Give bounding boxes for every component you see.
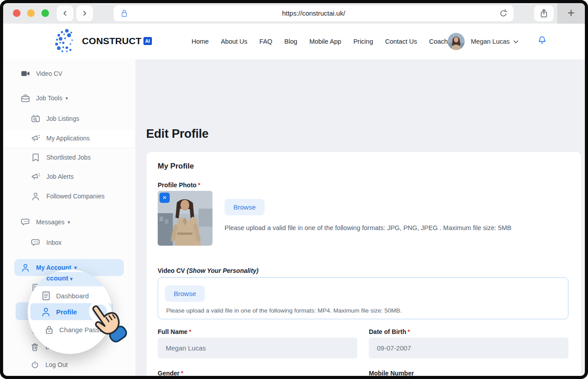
page-title: Edit Profile — [146, 127, 208, 141]
browser-titlebar: ‹ › https://constructai.uk/ + — [3, 3, 585, 24]
logo-text: CONSTRUCT — [82, 36, 142, 46]
notifications-bell-icon[interactable] — [537, 35, 547, 48]
remove-photo-button[interactable]: × — [159, 193, 170, 203]
nav-blog[interactable]: Blog — [284, 38, 297, 45]
browser-forward-button[interactable]: › — [76, 5, 93, 21]
nav-home[interactable]: Home — [192, 38, 209, 45]
full-name-input[interactable] — [158, 338, 357, 358]
briefcase-icon — [21, 94, 30, 103]
user-menu[interactable]: Megan Lucas — [448, 24, 547, 59]
sidebar-item-video-cv[interactable]: Video CV — [21, 67, 62, 80]
avatar[interactable] — [448, 33, 465, 50]
sidebar-item-inbox[interactable]: Inbox — [31, 236, 61, 249]
share-button[interactable] — [534, 5, 554, 21]
sidebar-item-followed-companies[interactable]: Followed Companies — [31, 190, 105, 203]
mobile-number-label: Mobile Number — [369, 370, 414, 376]
site-header: CONSTRUCT AI Home About Us FAQ Blog Mobi… — [3, 24, 585, 59]
magnified-dashboard[interactable]: Dashboard — [41, 289, 89, 302]
chat-bubble-icon — [31, 239, 40, 247]
edit-profile-card: My Profile Profile Photo* — [147, 152, 581, 376]
lock-icon — [44, 325, 54, 334]
logo-ai-badge: AI — [143, 37, 152, 45]
logo-dots-icon — [54, 28, 79, 54]
gender-label: Gender* — [158, 370, 183, 376]
photo-browse-button[interactable]: Browse — [225, 199, 265, 215]
video-cv-note: (Show Your Personality) — [187, 267, 258, 274]
magnified-my-account-partial: ccount ▾ — [46, 274, 73, 282]
video-camera-icon — [21, 70, 30, 77]
caret-down-icon: ▾ — [68, 219, 70, 225]
megaphone-icon — [31, 134, 40, 142]
sidebar-item-log-out[interactable]: Log Out — [30, 358, 68, 371]
person-icon — [21, 264, 30, 272]
megaphone-icon — [31, 173, 40, 181]
date-of-birth-label: Date of Birth* — [369, 328, 410, 335]
new-tab-button[interactable]: + — [557, 3, 585, 24]
video-upload-dropzone[interactable]: Browse Please upload a valid file in one… — [158, 277, 568, 319]
person-icon — [41, 307, 51, 317]
sidebar-item-job-alerts[interactable]: Job Alerts — [31, 170, 74, 183]
person-icon — [31, 192, 40, 201]
photo-upload-hint: Please upload a valid file in one of the… — [225, 224, 511, 231]
construct-ai-logo[interactable]: CONSTRUCT AI — [54, 28, 152, 54]
full-name-label: Full Name* — [158, 328, 191, 335]
close-window-button[interactable] — [13, 9, 20, 17]
user-name: Megan Lucas — [471, 38, 510, 45]
nav-pricing[interactable]: Pricing — [353, 38, 373, 45]
required-marker: * — [181, 370, 183, 376]
bookmark-icon — [31, 153, 40, 162]
new-tab-zone: + — [557, 3, 585, 24]
power-icon — [30, 361, 39, 369]
nav-contact-us[interactable]: Contact Us — [385, 38, 417, 45]
job-search-icon — [31, 115, 40, 123]
minimize-window-button[interactable] — [27, 9, 35, 17]
caret-down-icon: ▾ — [65, 95, 68, 101]
chevron-down-icon — [513, 37, 519, 45]
sidebar: Video CV Job Tools ▾ Job Listings — [3, 59, 135, 376]
video-upload-hint: Please upload a valid file in one of the… — [166, 307, 402, 314]
address-bar[interactable]: https://constructai.uk/ — [114, 5, 514, 21]
hand-cursor-icon — [82, 296, 134, 349]
sidebar-item-my-applications[interactable]: My Applications — [31, 132, 90, 145]
required-marker: * — [198, 181, 200, 189]
sidebar-item-job-tools[interactable]: Job Tools ▾ — [21, 91, 68, 105]
date-of-birth-input[interactable] — [369, 338, 568, 358]
browser-window: ‹ › https://constructai.uk/ + — [0, 0, 588, 379]
required-marker: * — [189, 328, 191, 335]
top-navigation: Home About Us FAQ Blog Mobile App Pricin… — [192, 24, 455, 59]
maximize-window-button[interactable] — [41, 9, 49, 17]
section-title: My Profile — [158, 162, 194, 171]
nav-faq[interactable]: FAQ — [259, 38, 272, 45]
share-icon — [539, 8, 549, 19]
required-marker: * — [408, 328, 410, 335]
sidebar-item-job-listings[interactable]: Job Listings — [31, 112, 79, 125]
nav-mobile-app[interactable]: Mobile App — [309, 38, 341, 45]
url-text[interactable]: https://constructai.uk/ — [114, 5, 514, 21]
browser-back-button[interactable]: ‹ — [57, 5, 74, 21]
nav-about-us[interactable]: About Us — [221, 38, 248, 45]
magnified-profile[interactable]: Profile — [41, 305, 77, 318]
video-cv-label: Video CV (Show Your Personality) — [158, 267, 258, 274]
chat-bubble-icon — [21, 218, 30, 227]
video-browse-button[interactable]: Browse — [165, 285, 205, 302]
sidebar-item-messages[interactable]: Messages ▾ — [21, 215, 70, 229]
sidebar-item-shortlisted-jobs[interactable]: Shortlisted Jobs — [31, 151, 91, 164]
reload-icon[interactable] — [498, 8, 508, 20]
trash-icon — [30, 342, 39, 351]
profile-photo-label: Profile Photo* — [158, 181, 200, 189]
dashboard-document-icon — [41, 291, 51, 301]
caret-down-icon: ▾ — [70, 276, 73, 281]
